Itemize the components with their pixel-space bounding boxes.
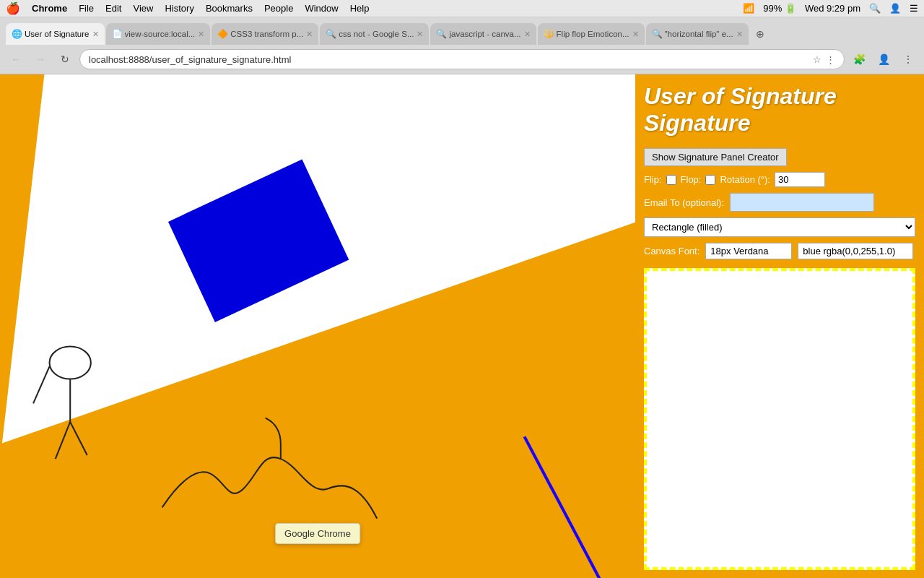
color-input[interactable] xyxy=(798,243,913,259)
tab-close-btn[interactable]: ✕ xyxy=(524,30,531,39)
chrome-menu[interactable]: Chrome xyxy=(32,3,67,14)
extensions-button[interactable]: 🧩 xyxy=(849,49,869,69)
history-menu[interactable]: History xyxy=(165,3,193,14)
flip-flop-row: Flip: Flop: Rotation (°): xyxy=(644,172,915,187)
canvas-area[interactable]: Google Chrome xyxy=(0,74,635,578)
tab-label: "horizontal flip" e... xyxy=(665,30,733,38)
tab-close-btn[interactable]: ✕ xyxy=(198,30,204,39)
tab-label: css not - Google S... xyxy=(339,30,414,38)
tab-favicon: 🔱 xyxy=(544,29,554,39)
tab-favicon: 🔍 xyxy=(652,29,662,39)
search-icon[interactable]: 🔍 xyxy=(869,3,881,14)
tab-favicon: 📄 xyxy=(112,29,122,39)
panel-title: User of Signature Signature xyxy=(644,83,915,137)
canvas-background xyxy=(0,74,635,578)
tab-favicon: 🔍 xyxy=(326,29,336,39)
signature-panel[interactable] xyxy=(644,268,915,570)
help-menu[interactable]: Help xyxy=(350,3,370,14)
google-chrome-tooltip: Google Chrome xyxy=(275,523,360,544)
font-row: Canvas Font: xyxy=(644,243,915,259)
flop-label: Flop: xyxy=(681,174,702,185)
browser-chrome: 🌐 User of Signature ✕ 📄 view-source:loca… xyxy=(0,17,924,74)
view-menu[interactable]: View xyxy=(133,3,153,14)
tab-label: javascript - canva... xyxy=(449,30,520,38)
right-panel: User of Signature Signature Show Signatu… xyxy=(635,74,924,578)
bookmarks-menu[interactable]: Bookmarks xyxy=(206,3,253,14)
more-tabs-btn[interactable]: ⊕ xyxy=(750,23,770,45)
flip-label: Flip: xyxy=(644,174,662,185)
browser-toolbar: ← → ↻ localhost:8888/user_of_signature_s… xyxy=(0,45,924,74)
apple-menu[interactable]: 🍎 xyxy=(6,1,20,15)
flip-checkbox[interactable] xyxy=(666,175,676,185)
tab-label: view-source:local... xyxy=(125,30,196,38)
tab-favicon: 🔶 xyxy=(217,29,227,39)
wifi-icon: 📶 xyxy=(743,3,754,14)
profile-button[interactable]: 👤 xyxy=(873,49,894,69)
edit-menu[interactable]: Edit xyxy=(105,3,121,14)
email-input[interactable] xyxy=(730,193,874,212)
tab-close-btn[interactable]: ✕ xyxy=(632,30,639,39)
tab-bar: 🌐 User of Signature ✕ 📄 view-source:loca… xyxy=(0,17,924,45)
tab-label: CSS3 transform p... xyxy=(230,30,303,38)
tab-javascript-canvas[interactable]: 🔍 javascript - canva... ✕ xyxy=(430,23,536,45)
window-menu[interactable]: Window xyxy=(305,3,338,14)
font-input[interactable] xyxy=(705,243,792,259)
browser-content: Google Chrome User of Signature Signatur… xyxy=(0,74,924,578)
tab-user-of-signature[interactable]: 🌐 User of Signature ✕ xyxy=(6,23,105,45)
menu-bar-right: 📶 99% 🔋 Wed 9:29 pm 🔍 👤 ☰ xyxy=(743,3,918,14)
tab-favicon: 🌐 xyxy=(12,29,22,39)
tab-css-not-google[interactable]: 🔍 css not - Google S... ✕ xyxy=(320,23,429,45)
rotation-input[interactable] xyxy=(775,172,825,187)
flop-checkbox[interactable] xyxy=(705,175,715,185)
battery-status: 99% 🔋 xyxy=(763,3,796,14)
menu-dots-icon[interactable]: ⋮ xyxy=(826,54,835,65)
tab-label: User of Signature xyxy=(25,30,90,38)
menu-icon[interactable]: ☰ xyxy=(910,3,918,14)
tab-horizontal-flip[interactable]: 🔍 "horizontal flip" e... ✕ xyxy=(646,23,749,45)
forward-button[interactable]: → xyxy=(30,49,51,69)
menu-bar: 🍎 Chrome File Edit View History Bookmark… xyxy=(0,0,924,17)
user-icon[interactable]: 👤 xyxy=(889,3,901,14)
tab-view-source[interactable]: 📄 view-source:local... ✕ xyxy=(106,23,211,45)
url-text: localhost:8888/user_of_signature_signatu… xyxy=(89,54,813,65)
people-menu[interactable]: People xyxy=(264,3,293,14)
tab-close-btn[interactable]: ✕ xyxy=(736,30,743,39)
tab-close-btn[interactable]: ✕ xyxy=(417,30,423,39)
email-label: Email To (optional): xyxy=(644,197,724,208)
refresh-button[interactable]: ↻ xyxy=(55,49,75,69)
tab-close-btn[interactable]: ✕ xyxy=(92,30,99,39)
tab-favicon: 🔍 xyxy=(436,29,446,39)
file-menu[interactable]: File xyxy=(79,3,94,14)
tab-label: Flip flop Emoticon... xyxy=(557,30,629,38)
tab-flip-flop-emoticon[interactable]: 🔱 Flip flop Emoticon... ✕ xyxy=(538,23,645,45)
email-row: Email To (optional): xyxy=(644,193,915,212)
chrome-menu-button[interactable]: ⋮ xyxy=(898,49,918,69)
address-icons: ☆ ⋮ xyxy=(813,54,835,65)
bookmark-icon[interactable]: ☆ xyxy=(813,54,821,65)
tab-close-btn[interactable]: ✕ xyxy=(306,30,313,39)
show-signature-panel-btn[interactable]: Show Signature Panel Creator xyxy=(644,148,787,166)
tab-css3-transform[interactable]: 🔶 CSS3 transform p... ✕ xyxy=(212,23,318,45)
canvas-font-label: Canvas Font: xyxy=(644,246,699,256)
address-bar[interactable]: localhost:8888/user_of_signature_signatu… xyxy=(79,49,845,69)
rotation-label: Rotation (°): xyxy=(720,174,770,185)
back-button[interactable]: ← xyxy=(6,49,26,69)
shape-selector[interactable]: Rectangle (filled) xyxy=(644,217,915,237)
clock: Wed 9:29 pm xyxy=(805,3,860,14)
